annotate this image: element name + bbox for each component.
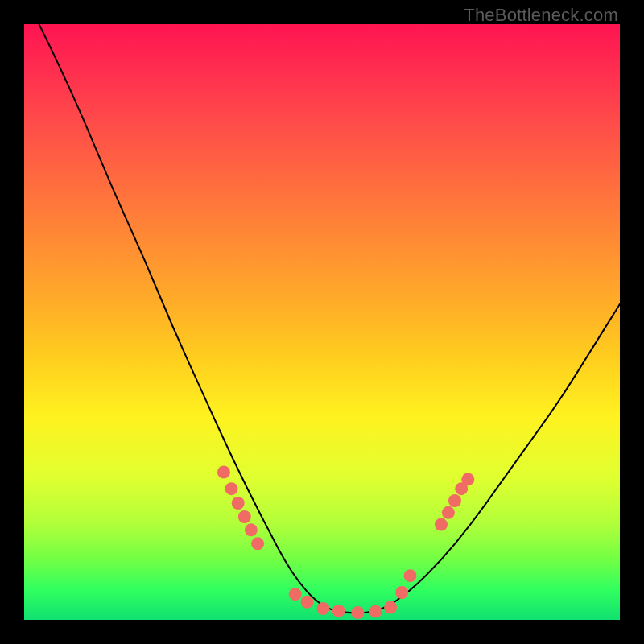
data-dot bbox=[395, 586, 408, 599]
data-dot bbox=[461, 473, 474, 485]
data-dot bbox=[448, 494, 461, 507]
chart-svg bbox=[24, 24, 620, 620]
data-dot bbox=[404, 569, 417, 582]
data-dot bbox=[435, 518, 448, 531]
data-dot bbox=[332, 605, 345, 617]
data-dot bbox=[442, 506, 455, 519]
data-dot bbox=[232, 497, 245, 510]
data-dot bbox=[301, 596, 314, 609]
data-dot bbox=[351, 606, 364, 619]
data-dot bbox=[225, 482, 238, 495]
data-dot bbox=[217, 466, 230, 479]
data-dot bbox=[289, 588, 302, 601]
data-dot bbox=[251, 537, 264, 550]
data-dot bbox=[238, 510, 251, 523]
data-dot bbox=[384, 601, 397, 614]
bottleneck-curve bbox=[24, 0, 620, 613]
watermark-text: TheBottleneck.com bbox=[464, 5, 618, 26]
chart-frame: TheBottleneck.com bbox=[0, 0, 644, 644]
data-dot bbox=[245, 523, 258, 536]
plot-area bbox=[24, 24, 620, 620]
data-dot bbox=[369, 605, 382, 618]
data-dots bbox=[217, 466, 474, 620]
data-dot bbox=[317, 602, 330, 615]
